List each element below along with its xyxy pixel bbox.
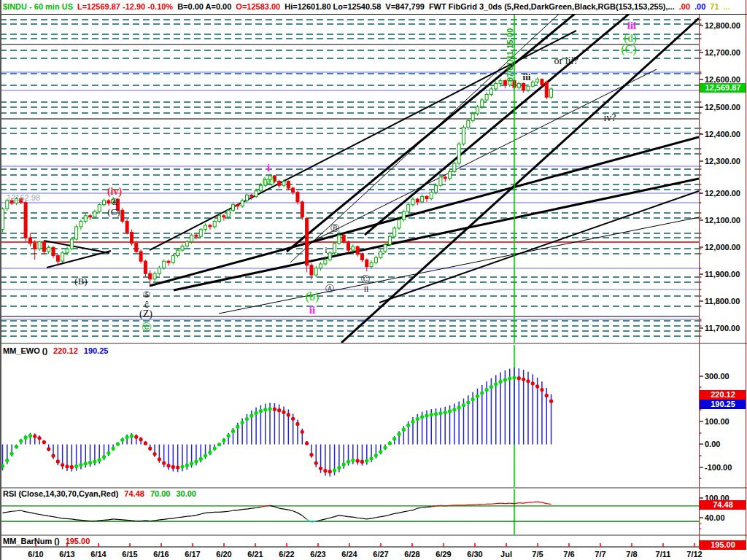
ewo-dot (116, 442, 120, 446)
candle (370, 262, 373, 267)
candle (89, 216, 92, 217)
ewo-dot (282, 411, 285, 414)
candle (360, 254, 363, 260)
wave-label: or iii? (554, 56, 578, 66)
candle (24, 203, 27, 238)
wave-label: iv? (603, 113, 616, 123)
ewo-dot (328, 470, 332, 473)
candle (522, 83, 525, 90)
candle (222, 216, 225, 217)
ewo-dot (162, 461, 166, 464)
axis-value-label: -100.00 (705, 463, 732, 472)
candle (199, 230, 202, 236)
ewo-smoothed-badge: 190.25 (700, 400, 746, 409)
text-segment: 70.00 (150, 489, 171, 498)
ewo-dot (125, 435, 129, 439)
axis-value-label: 12,700.00 (705, 48, 740, 57)
fibgrid-lines (0, 20, 699, 336)
ewo-dot (416, 417, 419, 421)
candle (411, 199, 414, 205)
ewo-dot (411, 420, 414, 424)
ewo-dot (425, 413, 428, 417)
candle (153, 273, 156, 279)
ewo-dot (430, 413, 433, 416)
ewo-dot (144, 441, 147, 445)
axis-value-label: 11,900.00 (705, 270, 740, 279)
ewo-dot (134, 435, 138, 439)
ewo-dot (295, 422, 299, 426)
wave-label: (a) (263, 175, 275, 186)
ewo-dot (204, 454, 207, 458)
axis-value-label: 12,000.00 (705, 243, 740, 252)
candle (98, 205, 101, 211)
ewo-dot (319, 467, 322, 470)
candle (107, 201, 110, 203)
ewo-dot (152, 452, 156, 456)
ewo-dot (370, 456, 374, 460)
ewo-dot (42, 440, 46, 444)
ewo-dot (503, 378, 507, 381)
ewo-dot (438, 411, 442, 415)
ewo-dot (476, 394, 479, 398)
candle (379, 252, 382, 257)
candle (550, 89, 553, 97)
ewo-dot (522, 378, 525, 381)
ewo-dot (549, 400, 553, 403)
ewo-dot (452, 408, 456, 411)
ewo-dot (402, 428, 406, 432)
candle (250, 195, 253, 196)
ewo-dot (70, 465, 74, 469)
candle (531, 82, 534, 86)
ewo-dot (259, 409, 263, 413)
candle (232, 205, 235, 211)
candle (333, 244, 336, 253)
ewo-dot (37, 436, 41, 440)
ewo-dot (74, 464, 78, 468)
ewo-dot (365, 459, 368, 462)
ewo-dot (130, 434, 133, 438)
candle (499, 81, 502, 84)
axis-value-label: 12,200.00 (705, 189, 740, 198)
candle (328, 253, 331, 260)
candle (292, 188, 295, 192)
wave-label: (C) (107, 207, 120, 217)
ewo-dot (305, 441, 309, 445)
candle (70, 239, 73, 249)
ewo-dot (388, 441, 392, 445)
pane-separator[interactable] (0, 534, 747, 537)
axis-value-label: 11,800.00 (705, 297, 740, 306)
candle (393, 228, 396, 236)
ewo-dot (392, 437, 396, 440)
text-segment: 190.25 (84, 346, 109, 355)
ewo-dot (535, 384, 539, 388)
axis-value-label: 100.00 (705, 417, 729, 426)
date-axis-label: 7/12 (686, 550, 702, 559)
candle (296, 192, 299, 202)
candle (416, 199, 419, 202)
ewo-dot (51, 454, 55, 458)
candle (167, 261, 170, 262)
pane-separator[interactable] (0, 343, 747, 345)
axis-value-label: 12,100.00 (705, 216, 740, 225)
ewo-dot (448, 409, 452, 413)
candle (356, 246, 359, 254)
axis-value-label: 12,300.00 (705, 157, 740, 166)
candle (342, 235, 345, 241)
candle (149, 273, 152, 279)
chart-canvas[interactable] (0, 0, 747, 560)
barnum-value-badge: 195.00 (700, 540, 746, 550)
ewo-dot (434, 412, 438, 416)
axis-value-label: 300.00 (705, 372, 729, 381)
ewo-dot (374, 454, 378, 457)
date-axis-label: 6/15 (122, 550, 137, 559)
candle (495, 83, 498, 89)
date-axis-label: 6/30 (467, 550, 482, 559)
ewo-dot (498, 380, 502, 384)
indicator-panes (0, 15, 699, 534)
ewo-dot (231, 429, 235, 433)
candle (227, 210, 230, 217)
candle (66, 249, 69, 253)
ewo-dot (180, 464, 184, 468)
text-segment: 195.00 (66, 537, 90, 545)
ewo-dot (112, 447, 115, 451)
